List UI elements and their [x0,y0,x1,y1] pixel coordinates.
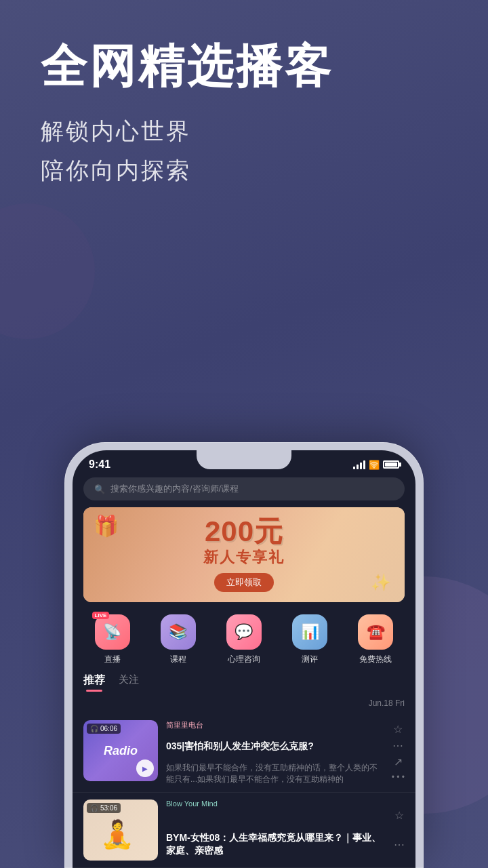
play-button-1[interactable]: ▶ [136,760,154,777]
nav-icon-hotline[interactable]: ☎️ 免费热线 [358,614,393,665]
more-button-2[interactable]: ⋯ [394,840,405,850]
status-time: 9:41 [89,458,110,471]
consult-label: 心理咨询 [228,654,260,665]
nav-icons-row: 📡 LIVE 直播 📚 课程 💬 心理咨询 [73,612,415,673]
share-button-1[interactable]: ↗ [394,757,403,768]
card-tag-2: Blow Your Mind [166,800,386,808]
hero-title: 全网精选播客 [41,41,447,92]
star-button-2[interactable]: ☆ [394,810,404,821]
tab-follow[interactable]: 关注 [119,673,139,692]
course-icon-circle: 📚 [161,614,196,650]
wifi-icon: 🛜 [369,460,380,470]
course-label: 课程 [170,654,186,665]
live-icon-circle: 📡 LIVE [95,614,130,650]
content-card-2[interactable]: 🎧 53:06 🧘 Blow Your Mind BYM-女性08：人生幸福感究… [73,793,415,868]
tab-recommend[interactable]: 推荐 [83,673,105,692]
card-desc-1: 如果我们最早不能合作，没有互助精神的话，整个人类的不能只有...如果我们最早不能… [166,762,384,785]
promotion-banner[interactable]: 🎁 ✨ 200元 新人专享礼 立即领取 [83,507,405,602]
card-thumbnail-2: 🎧 53:06 🧘 [83,800,158,861]
duration-badge-1: 🎧 06:06 [87,724,121,734]
search-placeholder: 搜索你感兴趣的内容/咨询师/课程 [110,483,239,495]
card-info-1: 简里里电台 035|害怕和别人发生冲突怎么克服? 如果我们最早不能合作，没有互助… [166,720,384,785]
hero-subtitle: 解锁内心世界 陪你向内探索 [41,112,447,191]
banner-amount: 200元 [203,517,285,546]
content-card-1[interactable]: 🎧 06:06 Radio ▶ 简里里电台 035|害怕和别人发生冲突怎么克服?… [73,713,415,793]
hotline-label: 免费热线 [359,654,392,665]
nav-icon-live[interactable]: 📡 LIVE 直播 [95,614,130,665]
radio-text: Radio [104,744,138,758]
live-label: 直播 [104,654,121,665]
banner-deco-left: 🎁 [94,514,119,538]
search-icon: 🔍 [94,484,105,494]
tagline-1: 解锁内心世界 [41,112,447,151]
card-title-1: 035|害怕和别人发生冲突怎么克服? [166,740,384,753]
battery-icon [383,460,399,469]
status-icons: 🛜 [353,460,399,470]
live-badge: LIVE [92,612,110,619]
card-tag-1: 简里里电台 [166,720,384,730]
phone-outer: 9:41 🛜 🔍 搜索你感兴趣的内容/咨询师/ [64,442,424,868]
banner-content: 200元 新人专享礼 立即领取 [203,517,285,592]
banner-deco-right: ✨ [371,573,391,592]
search-bar[interactable]: 🔍 搜索你感兴趣的内容/咨询师/课程 [83,477,405,500]
banner-subtitle: 新人专享礼 [203,547,285,568]
hotline-icon-circle: ☎️ [358,614,393,650]
bg-circle-2 [0,203,95,339]
card-thumbnail-1: 🎧 06:06 Radio ▶ [83,720,158,781]
card-info-2: Blow Your Mind BYM-女性08：人生幸福感究竟从哪里来？｜事业、… [166,800,386,861]
content-tabs: 推荐 关注 [73,673,415,692]
nav-icon-course[interactable]: 📚 课程 [161,614,196,665]
card-title-2: BYM-女性08：人生幸福感究竟从哪里来？｜事业、家庭、亲密感 [166,831,386,858]
date-label: Jun.18 Fri [73,696,415,713]
banner-claim-button[interactable]: 立即领取 [214,573,274,592]
nav-icon-test[interactable]: 📊 测评 [292,614,327,665]
person-deco: 🧘 [94,810,148,850]
consult-icon-circle: 💬 [226,614,262,650]
more-button-1[interactable]: ⋯ [392,741,403,751]
nav-icon-consult[interactable]: 💬 心理咨询 [226,614,262,665]
phone-notch [197,450,291,469]
star-button-1[interactable]: ☆ [393,724,403,735]
card-actions-2: ☆ ⋯ [394,800,405,861]
hero-section: 全网精选播客 解锁内心世界 陪你向内探索 [41,41,447,190]
test-icon-circle: 📊 [292,614,327,650]
phone-mockup: 9:41 🛜 🔍 搜索你感兴趣的内容/咨询师/ [64,442,424,868]
test-label: 测评 [302,654,318,665]
signal-icon [353,460,365,469]
phone-inner: 9:41 🛜 🔍 搜索你感兴趣的内容/咨询师/ [73,450,415,868]
tagline-2: 陪你向内探索 [41,151,447,191]
card-actions-1: ☆ ⋯ ↗ • • • [392,720,405,785]
options-button-1[interactable]: • • • [392,773,405,781]
